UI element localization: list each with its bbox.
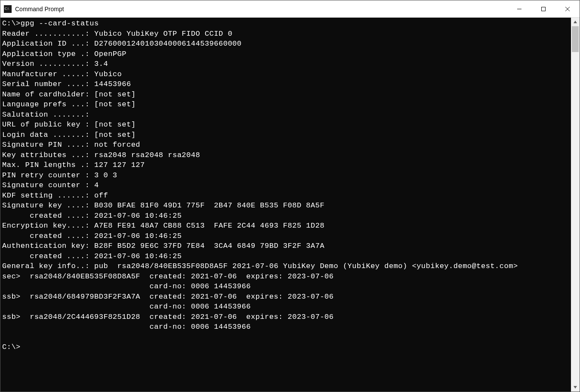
- output-line: Key attributes ...: rsa2048 rsa2048 rsa2…: [2, 151, 200, 159]
- output-line: Authentication key: B28F B5D2 9E6C 37FD …: [2, 242, 324, 250]
- output-line: PIN retry counter : 3 0 3: [2, 171, 117, 179]
- output-line: Encryption key....: A7E8 FE91 48A7 CB88 …: [2, 222, 324, 230]
- output-line: URL of public key : [not set]: [2, 120, 136, 129]
- titlebar[interactable]: C:\ Command Prompt: [0, 0, 580, 18]
- scroll-down-arrow-icon[interactable]: [571, 383, 580, 392]
- prompt-line: C:\>gpg --card-status: [2, 19, 99, 28]
- output-line: Signature counter : 4: [2, 181, 99, 189]
- output-line: Signature PIN ....: not forced: [2, 141, 140, 149]
- output-line: card-no: 0006 14453966: [2, 302, 251, 311]
- output-line: Application ID ...: D2760001240103040006…: [2, 40, 242, 48]
- output-line: sec> rsa2048/840EB535F08D8A5F created: 2…: [2, 272, 334, 281]
- scroll-track[interactable]: [571, 26, 580, 383]
- output-line: Name of cardholder: [not set]: [2, 90, 136, 99]
- window-title: Command Prompt: [15, 6, 507, 12]
- output-line: Serial number ....: 14453966: [2, 80, 131, 88]
- output-line: ssb> rsa2048/2C444693F8251D28 created: 2…: [2, 313, 334, 321]
- output-line: Manufacturer .....: Yubico: [2, 70, 122, 78]
- close-button[interactable]: [555, 0, 580, 17]
- output-line: General key info..: pub rsa2048/840EB535…: [2, 262, 518, 270]
- output-line: Reader ...........: Yubico YubiKey OTP F…: [2, 30, 232, 38]
- svg-text:C:\: C:\: [5, 7, 9, 11]
- cmd-icon: C:\: [4, 5, 12, 13]
- output-line: created ....: 2021-07-06 10:46:25: [2, 232, 182, 240]
- vertical-scrollbar[interactable]: [571, 18, 580, 392]
- scroll-thumb[interactable]: [572, 26, 579, 52]
- prompt-line: C:\>: [2, 343, 21, 351]
- output-line: Application type .: OpenPGP: [2, 50, 126, 58]
- output-line: Salutation .......:: [2, 111, 89, 119]
- output-line: created ....: 2021-07-06 10:46:25: [2, 212, 182, 220]
- scroll-up-arrow-icon[interactable]: [571, 18, 580, 26]
- output-line: Login data .......: [not set]: [2, 131, 136, 139]
- output-line: Max. PIN lengths .: 127 127 127: [2, 161, 145, 169]
- window-controls: [507, 0, 580, 17]
- output-line: created ....: 2021-07-06 10:46:25: [2, 252, 182, 260]
- output-line: Language prefs ...: [not set]: [2, 100, 136, 108]
- terminal-area: C:\>gpg --card-status Reader ...........…: [0, 18, 580, 392]
- output-line: ssb> rsa2048/684979BD3F2F3A7A created: 2…: [2, 293, 334, 301]
- command-prompt-window: C:\ Command Prompt C:\>gpg --card-status…: [0, 0, 580, 392]
- svg-rect-3: [542, 7, 546, 11]
- output-line: KDF setting ......: off: [2, 191, 108, 200]
- output-line: card-no: 0006 14453966: [2, 323, 251, 331]
- minimize-button[interactable]: [507, 0, 531, 17]
- maximize-button[interactable]: [531, 0, 555, 17]
- output-line: Signature key ....: B030 BFAE 81F0 49D1 …: [2, 201, 324, 210]
- output-line: Version ..........: 3.4: [2, 60, 108, 68]
- terminal-output[interactable]: C:\>gpg --card-status Reader ...........…: [0, 18, 571, 392]
- output-line: card-no: 0006 14453966: [2, 282, 251, 290]
